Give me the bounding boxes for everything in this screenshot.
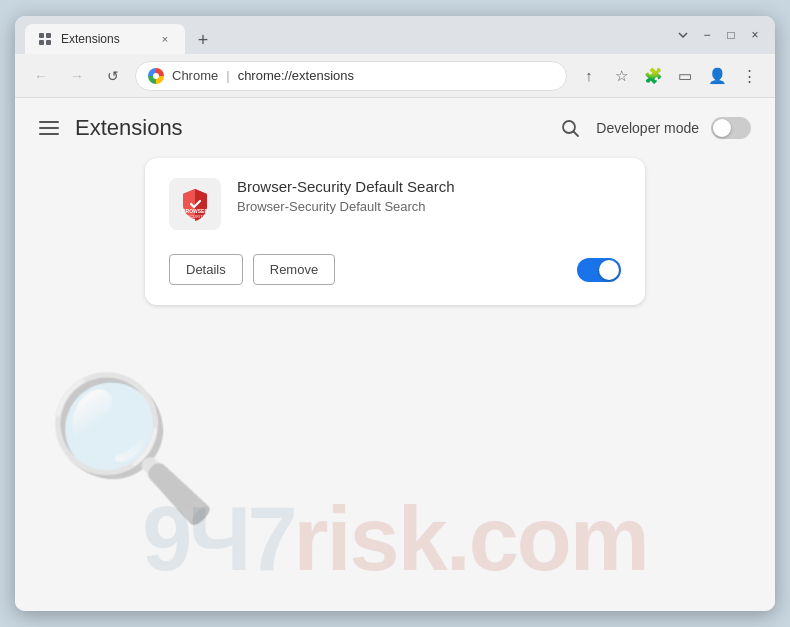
maximize-window-button[interactable]: □ (721, 25, 741, 45)
svg-rect-0 (39, 33, 44, 38)
profile-button[interactable]: 👤 (703, 62, 731, 90)
extension-enabled-toggle[interactable] (577, 258, 621, 282)
developer-mode-toggle[interactable] (711, 117, 751, 139)
new-tab-button[interactable]: + (189, 26, 217, 54)
extensions-controls: Developer mode (556, 114, 751, 142)
toolbar-actions: ↑ ☆ 🧩 ▭ 👤 ⋮ (575, 62, 763, 90)
details-button[interactable]: Details (169, 254, 243, 285)
card-toggle-knob (599, 260, 619, 280)
share-button[interactable]: ↑ (575, 62, 603, 90)
watermark: 🔍 9Ч7 risk.com (15, 488, 775, 591)
hamburger-line-2 (39, 127, 59, 129)
watermark-search-icon: 🔍 (45, 366, 220, 531)
extension-card: BROWSER SECURITY Browser-Security Defaul… (145, 158, 645, 305)
address-bar[interactable]: Chrome | chrome://extensions (135, 61, 567, 91)
extensions-title-area: Extensions (39, 115, 183, 141)
svg-rect-2 (39, 40, 44, 45)
main-content: 🔍 9Ч7 risk.com Extensions (15, 98, 775, 611)
tab-title: Extensions (61, 32, 149, 46)
menu-button[interactable]: ⋮ (735, 62, 763, 90)
svg-line-5 (574, 132, 579, 137)
browser-toolbar: ← → ↺ Chrome | chrome://extensions ↑ ☆ 🧩… (15, 54, 775, 98)
tab-close-button[interactable]: × (157, 31, 173, 47)
extension-card-bottom: Details Remove (169, 254, 621, 285)
extension-logo: BROWSER SECURITY (169, 178, 221, 230)
extensions-header: Extensions Developer mode (15, 98, 775, 158)
hamburger-line-3 (39, 133, 59, 135)
title-bar: Extensions × + − □ × (15, 16, 775, 54)
watermark-right-text: risk.com (294, 488, 648, 591)
toggle-knob (713, 119, 731, 137)
omnibox-url: chrome://extensions (238, 68, 554, 83)
extension-card-top: BROWSER SECURITY Browser-Security Defaul… (169, 178, 621, 230)
tab-extensions-icon (37, 31, 53, 47)
developer-mode-label: Developer mode (596, 120, 699, 136)
svg-text:SECURITY: SECURITY (185, 214, 206, 219)
tab-strip: Extensions × + (25, 16, 665, 54)
minimize-button[interactable] (673, 25, 693, 45)
omnibox-separator: | (226, 68, 229, 83)
forward-button: → (63, 62, 91, 90)
extension-name: Browser-Security Default Search (237, 178, 621, 195)
minimize-window-button[interactable]: − (697, 25, 717, 45)
reload-button[interactable]: ↺ (99, 62, 127, 90)
back-button: ← (27, 62, 55, 90)
omnibox-brand: Chrome (172, 68, 218, 83)
bookmark-button[interactable]: ☆ (607, 62, 635, 90)
hamburger-line-1 (39, 121, 59, 123)
active-tab[interactable]: Extensions × (25, 24, 185, 54)
card-buttons: Details Remove (169, 254, 335, 285)
shield-icon: BROWSER SECURITY (177, 186, 213, 222)
extension-description: Browser-Security Default Search (237, 199, 621, 214)
page-title: Extensions (75, 115, 183, 141)
window-controls: − □ × (673, 25, 765, 45)
extensions-button[interactable]: 🧩 (639, 62, 667, 90)
extension-info: Browser-Security Default Search Browser-… (237, 178, 621, 214)
chrome-logo-icon (148, 68, 164, 84)
extensions-content: BROWSER SECURITY Browser-Security Defaul… (15, 158, 775, 305)
sidepanel-button[interactable]: ▭ (671, 62, 699, 90)
svg-rect-3 (46, 40, 51, 45)
browser-window: Extensions × + − □ × ← → ↺ Chrome | chro… (15, 16, 775, 611)
watermark-left-text: 9Ч7 (142, 488, 293, 591)
remove-button[interactable]: Remove (253, 254, 335, 285)
close-window-button[interactable]: × (745, 25, 765, 45)
search-button[interactable] (556, 114, 584, 142)
hamburger-menu-button[interactable] (39, 121, 59, 135)
svg-rect-1 (46, 33, 51, 38)
